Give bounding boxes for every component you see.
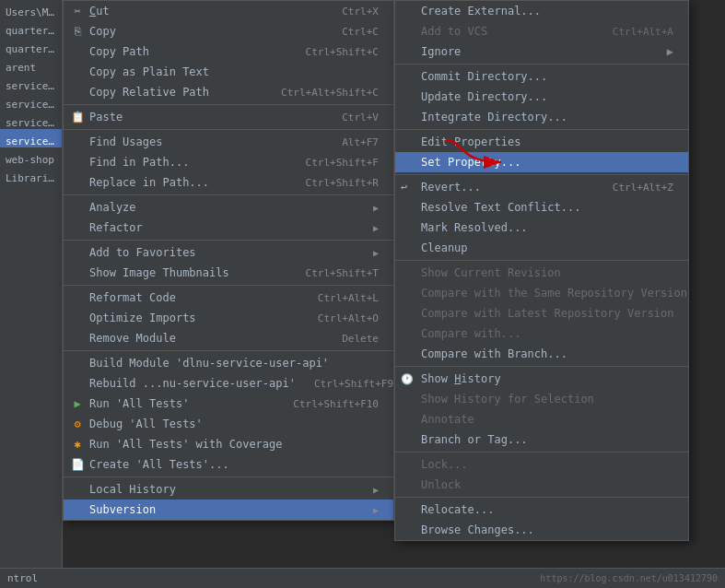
sidebar-item-2[interactable]: quarter-cor (0, 37, 62, 55)
ignore-arrow: ▶ (667, 45, 673, 58)
replace-path-shortcut: Ctrl+Shift+R (306, 177, 379, 189)
right-menu-item-commit-dir[interactable]: Commit Directory... (395, 66, 688, 87)
menu-item-optimize[interactable]: Optimize Imports Ctrl+Alt+O (64, 308, 393, 328)
menu-item-add-favorites[interactable]: Add to Favorites ▶ (64, 242, 393, 263)
right-menu-item-show-history[interactable]: 🕐 Show History (395, 369, 688, 389)
rebuild-shortcut: Ctrl+Shift+F9 (314, 378, 393, 390)
show-revision-label: Show Current Revision (421, 266, 673, 279)
right-menu-item-ignore[interactable]: Ignore ▶ (395, 41, 688, 62)
compare-same-label: Compare with the Same Repository Version (421, 287, 687, 300)
add-favorites-arrow: ▶ (373, 248, 379, 258)
edit-props-label: Edit Properties (421, 135, 673, 148)
annotate-label: Annotate (421, 413, 673, 426)
right-menu-item-compare-same: Compare with the Same Repository Version (395, 283, 688, 303)
reformat-shortcut: Ctrl+Alt+L (318, 292, 379, 304)
refactor-label: Refactor (89, 221, 373, 234)
sidebar-item-7[interactable]: service-us (0, 129, 62, 147)
menu-item-paste[interactable]: 📋 Paste Ctrl+V (64, 107, 393, 127)
right-menu-item-annotate: Annotate (395, 409, 688, 429)
optimize-shortcut: Ctrl+Alt+O (318, 312, 379, 324)
menu-item-subversion[interactable]: Subversion ▶ (64, 500, 393, 520)
sidebar-item-8[interactable]: web-shop (0, 147, 62, 166)
run-tests-label: Run 'All Tests' (89, 397, 275, 410)
compare-branch-label: Compare with Branch... (421, 347, 673, 360)
menu-item-copy-relative[interactable]: Copy Relative Path Ctrl+Alt+Shift+C (64, 82, 393, 102)
paste-label: Paste (89, 111, 323, 123)
menu-item-reformat[interactable]: Reformat Code Ctrl+Alt+L (64, 288, 393, 308)
menu-item-create-tests[interactable]: 📄 Create 'All Tests'... (64, 454, 393, 475)
menu-item-refactor[interactable]: Refactor ▶ (64, 218, 393, 238)
compare-latest-label: Compare with Latest Repository Version (421, 307, 674, 320)
sidebar-item-9[interactable]: Libraries (0, 166, 62, 184)
local-history-arrow: ▶ (373, 485, 379, 495)
right-menu-item-resolve-conflict[interactable]: Resolve Text Conflict... (395, 197, 688, 218)
right-menu-item-create-external[interactable]: Create External... (395, 1, 688, 21)
cut-label: Cut (89, 5, 323, 18)
menu-item-remove-module[interactable]: Remove Module Delete (64, 328, 393, 348)
sidebar-item-4[interactable]: service-go (0, 74, 62, 92)
show-thumbnails-label: Show Image Thumbnails (89, 266, 287, 279)
menu-item-show-thumbnails[interactable]: Show Image Thumbnails Ctrl+Shift+T (64, 263, 393, 283)
menu-item-run-tests[interactable]: ▶ Run 'All Tests' Ctrl+Shift+F10 (64, 394, 393, 414)
create-tests-icon: 📄 (69, 458, 86, 471)
context-menu-left: ✂ Cut Ctrl+X ⎘ Copy Ctrl+C Copy Path Ctr… (63, 0, 394, 521)
compare-with-label: Compare with... (421, 327, 673, 340)
show-history-icon: 🕐 (401, 373, 414, 385)
menu-item-local-history[interactable]: Local History ▶ (64, 479, 393, 500)
right-menu-item-browse-changes[interactable]: Browse Changes... (395, 520, 688, 540)
copy-relative-shortcut: Ctrl+Alt+Shift+C (281, 87, 379, 99)
right-menu-item-revert[interactable]: ↩ Revert... Ctrl+Alt+Z (395, 177, 688, 197)
find-path-label: Find in Path... (89, 156, 287, 169)
copy-label: Copy (89, 25, 323, 38)
sidebar-item-1[interactable]: quarter-cor (0, 18, 62, 37)
debug-tests-icon: ⚙ (69, 417, 86, 430)
right-menu-item-compare-latest: Compare with Latest Repository Version (395, 303, 688, 323)
lock-label: Lock... (421, 458, 673, 471)
right-menu-item-compare-branch[interactable]: Compare with Branch... (395, 344, 688, 364)
right-menu-item-edit-props[interactable]: Edit Properties (395, 132, 688, 152)
menu-item-find-path[interactable]: Find in Path... Ctrl+Shift+F (64, 152, 393, 172)
paste-icon: 📋 (69, 111, 86, 123)
menu-item-copy[interactable]: ⎘ Copy Ctrl+C (64, 21, 393, 41)
create-external-label: Create External... (421, 5, 673, 18)
separator-5 (64, 285, 393, 286)
right-menu-item-branch-tag[interactable]: Branch or Tag... (395, 429, 688, 450)
sidebar-item-3[interactable]: arent (0, 55, 62, 74)
bottom-bar-label: ntrol (7, 572, 38, 584)
right-menu-item-mark-resolved[interactable]: Mark Resolved... (395, 218, 688, 238)
branch-tag-label: Branch or Tag... (421, 433, 673, 446)
integrate-dir-label: Integrate Directory... (421, 111, 673, 123)
menu-item-analyze[interactable]: Analyze ▶ (64, 197, 393, 218)
menu-item-rebuild[interactable]: Rebuild ...nu-service-user-api' Ctrl+Shi… (64, 373, 393, 394)
revert-icon: ↩ (401, 181, 407, 194)
context-menu-right: Create External... Add to VCS Ctrl+Alt+A… (394, 0, 689, 541)
right-menu-item-relocate[interactable]: Relocate... (395, 500, 688, 520)
set-property-label: Set Property... (421, 156, 673, 169)
menu-item-copy-plain[interactable]: Copy as Plain Text (64, 62, 393, 82)
menu-item-run-coverage[interactable]: ✱ Run 'All Tests' with Coverage (64, 434, 393, 454)
right-menu-item-integrate-dir[interactable]: Integrate Directory... (395, 107, 688, 127)
menu-item-replace-path[interactable]: Replace in Path... Ctrl+Shift+R (64, 172, 393, 193)
sidebar-item-0[interactable]: Users\Minc (0, 0, 62, 18)
right-menu-item-set-property[interactable]: Set Property... (395, 152, 688, 172)
copy-icon: ⎘ (69, 25, 86, 38)
menu-item-find-usages[interactable]: Find Usages Alt+F7 (64, 132, 393, 152)
menu-item-copy-path[interactable]: Copy Path Ctrl+Shift+C (64, 41, 393, 62)
sidebar-item-6[interactable]: service-us (0, 111, 62, 129)
menu-item-build-module[interactable]: Build Module 'dlnu-service-user-api' (64, 353, 393, 373)
analyze-arrow: ▶ (373, 203, 379, 213)
right-separator-3 (395, 174, 688, 175)
replace-path-label: Replace in Path... (89, 176, 287, 189)
right-menu-item-cleanup[interactable]: Cleanup (395, 238, 688, 258)
right-menu-item-unlock: Unlock (395, 475, 688, 495)
right-menu-item-update-dir[interactable]: Update Directory... (395, 87, 688, 107)
right-menu-item-show-history-sel: Show History for Selection (395, 389, 688, 409)
revert-shortcut: Ctrl+Alt+Z (613, 182, 673, 194)
menu-item-cut[interactable]: ✂ Cut Ctrl+X (64, 1, 393, 21)
build-module-label: Build Module 'dlnu-service-user-api' (89, 357, 360, 370)
show-thumbnails-shortcut: Ctrl+Shift+T (306, 267, 379, 279)
menu-item-debug-tests[interactable]: ⚙ Debug 'All Tests' (64, 414, 393, 434)
sidebar-item-5[interactable]: service-go (0, 92, 62, 111)
find-usages-label: Find Usages (89, 135, 323, 148)
right-menu-item-add-vcs[interactable]: Add to VCS Ctrl+Alt+A (395, 21, 688, 41)
